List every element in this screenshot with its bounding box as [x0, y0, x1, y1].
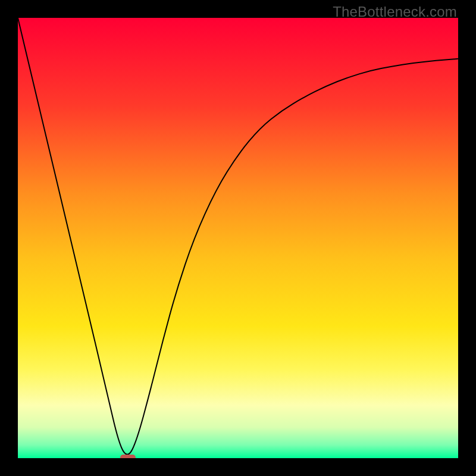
watermark-text: TheBottleneck.com [333, 4, 457, 20]
chart-background [18, 18, 458, 458]
chart-svg [18, 18, 458, 458]
chart-frame [18, 18, 458, 458]
optimal-point-marker [120, 455, 136, 458]
